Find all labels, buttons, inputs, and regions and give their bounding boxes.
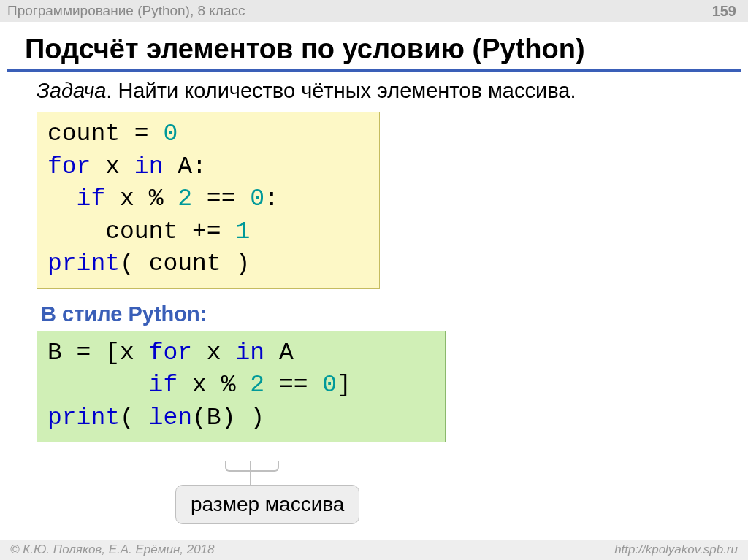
code-block-1: count = 0 for x in A: if x % 2 == 0: cou… <box>37 112 380 289</box>
callout-box: размер массива <box>175 485 359 524</box>
code-line: B = [x for x in A <box>47 337 435 370</box>
code-block-2: B = [x for x in A if x % 2 == 0] print( … <box>37 331 446 443</box>
page-number: 159 <box>712 3 736 20</box>
code-line: for x in A: <box>47 151 369 184</box>
subject-text: Программирование (Python), 8 класс <box>7 3 245 19</box>
code-line: if x % 2 == 0] <box>47 369 435 402</box>
footer-left: © К.Ю. Поляков, Е.А. Ерёмин, 2018 <box>10 542 215 557</box>
task-text: . Найти количество чётных элементов масс… <box>106 79 576 102</box>
footer-bar: © К.Ю. Поляков, Е.А. Ерёмин, 2018 http:/… <box>0 540 748 560</box>
code-line: if x % 2 == 0: <box>47 183 369 216</box>
title-underline <box>7 69 741 72</box>
code-line: print( len(B) ) <box>47 402 435 435</box>
footer-right: http://kpolyakov.spb.ru <box>614 542 738 557</box>
subheading: В стиле Python: <box>0 289 748 331</box>
code-line: count = 0 <box>47 118 369 151</box>
task-line: Задача. Найти количество чётных элементо… <box>0 79 748 112</box>
header-bar: Программирование (Python), 8 класс 159 <box>0 0 748 22</box>
code-line: print( count ) <box>47 248 369 281</box>
code-line: count += 1 <box>47 216 369 249</box>
task-label: Задача <box>37 79 106 102</box>
callout-connector <box>250 461 251 485</box>
page-title: Подсчёт элементов по условию (Python) <box>0 22 748 69</box>
